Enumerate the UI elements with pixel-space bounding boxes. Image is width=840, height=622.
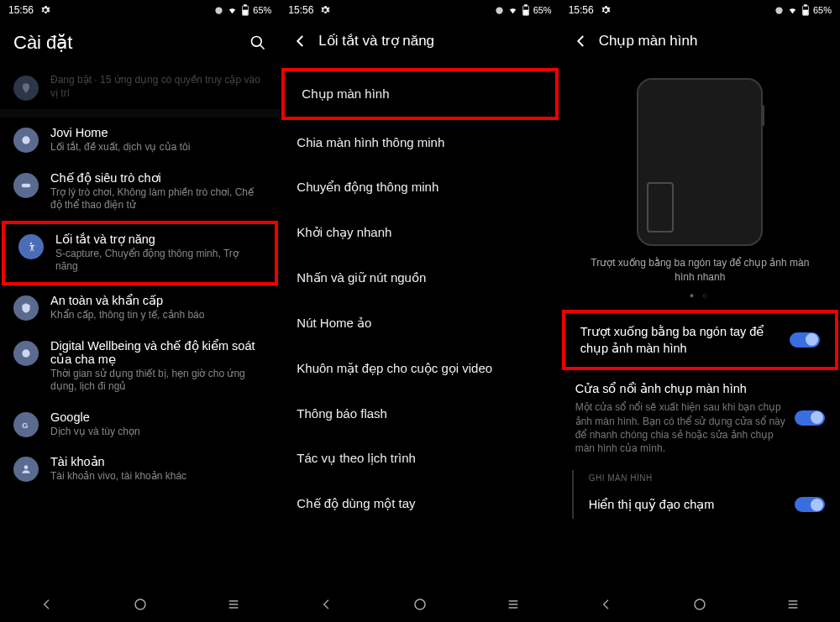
navbar (280, 587, 559, 622)
svg-rect-3 (243, 10, 248, 15)
svg-rect-19 (805, 5, 807, 6)
svg-point-8 (22, 349, 29, 357)
status-time: 15:56 (288, 4, 313, 16)
search-icon[interactable] (249, 34, 266, 51)
highlight-box: Lối tắt và trợ năng S-capture, Chuyển độ… (2, 221, 278, 285)
svg-rect-20 (803, 10, 808, 15)
screen-shortcuts: 15:56 65% Lối tắt và trợ năng Chụp màn h… (280, 0, 559, 622)
nav-recent[interactable] (224, 595, 243, 614)
status-battery: 65% (533, 5, 552, 15)
svg-point-21 (695, 599, 705, 609)
header: Lối tắt và trợ năng (280, 20, 559, 61)
back-icon[interactable] (293, 34, 308, 49)
toggle-switch[interactable] (790, 332, 820, 348)
svg-rect-6 (22, 183, 31, 187)
nav-home[interactable] (131, 595, 150, 614)
toggle-show-touch[interactable]: Hiển thị quỹ đạo chạm (574, 486, 840, 523)
list-item[interactable]: An toàn và khẩn cấp Khẩn cấp, thông tin … (0, 285, 280, 331)
menu-item[interactable]: Chế độ dùng một tay (280, 481, 559, 526)
status-time: 15:56 (8, 4, 34, 16)
nav-back[interactable] (38, 595, 56, 614)
statusbar: 15:56 65% (560, 0, 840, 20)
list-subtitle: Trợ lý trò chơi, Không làm phiền trò chơ… (50, 186, 266, 212)
navbar (0, 587, 280, 622)
section-label: GHI MÀN HÌNH (574, 465, 840, 486)
svg-point-4 (252, 37, 262, 47)
toggle-three-finger[interactable]: Trượt xuống bằng ba ngón tay để chụp ảnh… (565, 313, 835, 368)
list-title: An toàn và khẩn cấp (50, 294, 266, 307)
nav-back[interactable] (318, 595, 336, 614)
list-item-shortcuts[interactable]: Lối tắt và trợ năng S-capture, Chuyển độ… (5, 224, 275, 282)
navbar (560, 587, 840, 622)
statusbar: 15:56 65% (0, 0, 280, 20)
wellbeing-icon (13, 341, 39, 366)
list-subtitle: Khẩn cấp, thông tin y tế, cảnh báo (50, 309, 266, 322)
menu-item[interactable]: Nhấn và giữ nút nguồn (280, 255, 559, 301)
wifi-icon (787, 6, 798, 15)
list-item[interactable]: G Google Dịch vụ và tùy chọn (0, 402, 280, 447)
list-item[interactable]: Jovi Home Lối tắt, đề xuất, dịch vụ của … (0, 118, 280, 163)
account-icon (13, 457, 39, 482)
toggle-switch[interactable] (795, 410, 825, 426)
svg-point-12 (496, 7, 502, 13)
header: Chụp màn hình (560, 20, 840, 61)
screenshot-settings: Trượt xuống bằng ba ngón tay để chụp ảnh… (560, 61, 840, 587)
list-subtitle: S-capture, Chuyển động thông minh, Trợ n… (55, 248, 261, 274)
list-title: Lối tắt và trợ năng (55, 233, 261, 246)
list-subtitle: Đang bật · 15 ứng dụng có quyền truy cập… (50, 74, 266, 100)
location-icon (13, 76, 39, 101)
nav-recent[interactable] (504, 595, 522, 614)
svg-rect-2 (244, 5, 247, 6)
menu-item[interactable]: Chia màn hình thông minh (280, 120, 559, 165)
illustration-caption: Trượt xuống bằng ba ngón tay để chụp ảnh… (560, 256, 840, 285)
toggle-subtitle: Một cửa sổ nổi sẽ xuất hiện sau khi bạn … (575, 400, 786, 455)
svg-point-17 (775, 7, 782, 13)
svg-text:G: G (22, 421, 28, 429)
menu-item[interactable]: Tác vụ theo lịch trình (280, 436, 559, 481)
menu-item[interactable]: Khởi chạy nhanh (280, 210, 559, 255)
nav-home[interactable] (411, 595, 429, 614)
settings-list: Đang bật · 15 ứng dụng có quyền truy cập… (0, 65, 280, 587)
list-item[interactable]: Chế độ siêu trò chơi Trợ lý trò chơi, Kh… (0, 163, 280, 221)
wifi-icon (507, 6, 518, 15)
svg-point-7 (30, 243, 32, 244)
menu-item[interactable]: Khuôn mặt đẹp cho cuộc gọi video (280, 346, 559, 391)
statusbar: 15:56 65% (280, 0, 559, 20)
gear-icon (40, 5, 50, 15)
list-subtitle: Thời gian sử dụng thiết bị, hẹn giờ cho … (50, 368, 266, 394)
priority-icon (214, 6, 223, 15)
list-item[interactable]: Tài khoản Tài khoản vivo, tài khoản khác (0, 447, 280, 492)
status-time: 15:56 (569, 4, 594, 16)
toggle-floating-window[interactable]: Cửa sổ nổi ảnh chụp màn hình Một cửa sổ … (560, 370, 840, 465)
safety-icon (13, 295, 39, 321)
svg-point-10 (24, 466, 29, 470)
nav-recent[interactable] (784, 595, 802, 614)
menu-item[interactable]: Chuyển động thông minh (280, 165, 559, 210)
list-title: Digital Wellbeing và chế độ kiểm soát củ… (50, 339, 266, 366)
menu-item-screenshot[interactable]: Chụp màn hình (285, 71, 554, 117)
phone-illustration (637, 78, 763, 246)
list-item[interactable]: Digital Wellbeing và chế độ kiểm soát củ… (0, 331, 280, 402)
battery-icon (241, 4, 249, 16)
toggle-title: Trượt xuống bằng ba ngón tay để chụp ảnh… (580, 323, 781, 358)
back-icon[interactable] (574, 34, 589, 49)
menu-item[interactable]: Thông báo flash (280, 391, 559, 436)
game-icon (13, 173, 39, 198)
list-title: Jovi Home (50, 126, 266, 139)
nav-back[interactable] (597, 595, 616, 614)
toggle-switch[interactable] (795, 497, 825, 512)
list-subtitle: Dịch vụ và tùy chọn (50, 426, 266, 439)
nav-home[interactable] (690, 595, 709, 614)
page-title: Chụp màn hình (599, 32, 827, 50)
svg-rect-14 (524, 5, 527, 6)
list-title: Tài khoản (50, 455, 266, 468)
svg-point-0 (216, 7, 223, 13)
page-dots: ● ○ (560, 291, 840, 300)
list-title: Google (50, 410, 266, 424)
shortcuts-list: Chụp màn hình Chia màn hình thông minh C… (280, 61, 559, 587)
priority-icon (495, 6, 504, 15)
page-title: Lối tắt và trợ năng (318, 32, 546, 50)
screen-settings: 15:56 65% Cài đặt Đang bật · 15 ứng dụng… (0, 0, 280, 622)
list-item[interactable]: Đang bật · 15 ứng dụng có quyền truy cập… (0, 65, 280, 109)
menu-item[interactable]: Nút Home ảo (280, 301, 559, 346)
